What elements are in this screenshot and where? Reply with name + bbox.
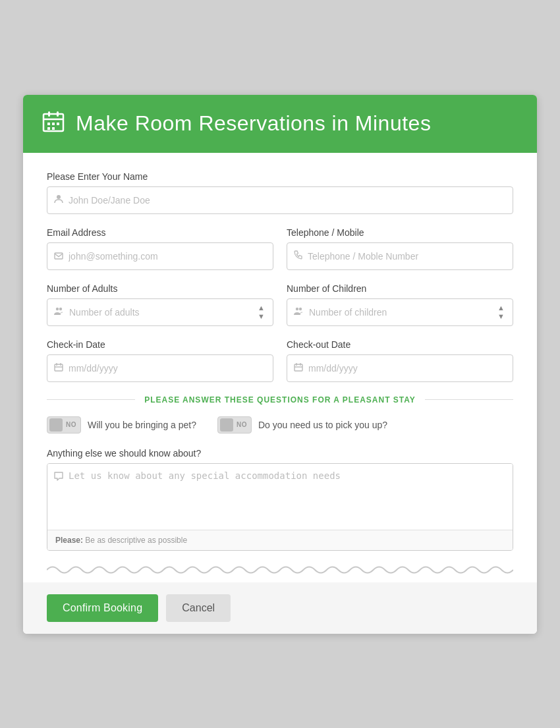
svg-rect-4 [47,123,50,125]
name-field-row: Please Enter Your Name [47,171,513,214]
phone-icon [294,250,302,262]
pet-toggle-label: Will you be bringing a pet? [88,420,196,430]
divider-right [425,399,513,400]
adults-spinner-buttons: ▲ ▼ [256,304,266,321]
children-decrement[interactable]: ▼ [496,312,506,321]
cancel-button[interactable]: Cancel [166,594,231,622]
svg-rect-5 [52,123,55,125]
children-spinner-wrapper: ▲ ▼ [287,298,513,326]
divider-left [47,399,135,400]
adults-decrement[interactable]: ▼ [256,312,266,321]
name-input[interactable] [69,195,506,206]
children-spinner-buttons: ▲ ▼ [496,304,506,321]
questions-divider: PLEASE ANSWER THESE QUESTIONS FOR A PLEA… [47,395,513,405]
phone-input-wrapper [287,242,513,270]
pet-toggle-no-label: NO [66,421,76,428]
svg-rect-15 [55,364,63,371]
pickup-toggle-knob [220,418,233,432]
email-input-wrapper [47,242,273,270]
extra-textarea[interactable] [69,470,506,523]
wavy-separator [47,564,513,576]
reservation-card: Make Room Reservations in Minutes Please… [23,95,537,634]
toggles-row: NO Will you be bringing a pet? NO Do you… [47,416,513,434]
checkout-date-wrapper [287,354,513,382]
name-label: Please Enter Your Name [47,171,513,182]
svg-rect-8 [52,127,55,130]
questions-banner-text: PLEASE ANSWER THESE QUESTIONS FOR A PLEA… [135,395,425,405]
children-increment[interactable]: ▲ [496,304,506,312]
svg-rect-19 [294,364,302,371]
pet-toggle-item: NO Will you be bringing a pet? [47,416,196,434]
comment-icon [54,472,63,483]
svg-rect-2 [57,111,59,117]
person-icon [54,194,63,206]
email-field-col: Email Address [47,227,273,270]
checkout-field-col: Check-out Date [287,339,513,382]
form-body: Please Enter Your Name Email Address [23,153,537,582]
svg-rect-6 [57,123,59,125]
textarea-note-bold: Please: [55,536,83,545]
adults-field-col: Number of Adults ▲ ▼ [47,283,273,326]
checkout-input[interactable] [308,363,506,374]
textarea-note-text: Be as descriptive as possible [83,536,187,545]
svg-point-14 [299,307,302,310]
svg-point-9 [57,195,61,199]
footer-section: Confirm Booking Cancel [23,582,537,634]
email-label: Email Address [47,227,273,238]
phone-label: Telephone / Mobile [287,227,513,238]
svg-rect-10 [55,253,63,259]
phone-field-col: Telephone / Mobile [287,227,513,270]
adults-children-row: Number of Adults ▲ ▼ [47,283,513,326]
textarea-inner [47,464,513,530]
children-label: Number of Children [287,283,513,294]
svg-rect-7 [47,127,50,130]
checkin-calendar-icon [54,362,63,374]
pickup-toggle-no-label: NO [237,421,247,428]
pet-toggle[interactable]: NO [47,416,81,434]
adults-increment[interactable]: ▲ [256,304,266,312]
checkout-calendar-icon [294,362,303,374]
adults-label: Number of Adults [47,283,273,294]
confirm-booking-button[interactable]: Confirm Booking [47,594,158,622]
checkin-input[interactable] [69,363,266,374]
adults-input[interactable] [69,307,252,318]
header-title: Make Room Reservations in Minutes [76,111,431,136]
adults-spinner-wrapper: ▲ ▼ [47,298,273,326]
textarea-wrapper: Please: Be as descriptive as possible [47,463,513,551]
checkin-date-wrapper [47,354,273,382]
pickup-toggle[interactable]: NO [217,416,252,434]
email-icon [54,250,63,262]
children-field-col: Number of Children ▲ ▼ [287,283,513,326]
pickup-toggle-item: NO Do you need us to pick you up? [217,416,387,434]
dates-row: Check-in Date Check-out Date [47,339,513,382]
textarea-note: Please: Be as descriptive as possible [47,530,513,550]
extra-notes-section: Anything else we should know about? Plea… [47,448,513,551]
pickup-toggle-label: Do you need us to pick you up? [258,420,387,430]
children-icon [294,306,304,318]
svg-point-12 [59,307,62,310]
checkin-field-col: Check-in Date [47,339,273,382]
adults-icon [54,306,64,318]
checkin-label: Check-in Date [47,339,273,350]
svg-point-11 [56,307,59,310]
children-input[interactable] [309,307,492,318]
extra-label: Anything else we should know about? [47,448,513,459]
header-section: Make Room Reservations in Minutes [23,95,537,153]
email-input[interactable] [69,251,266,262]
name-input-wrapper [47,186,513,214]
checkout-label: Check-out Date [287,339,513,350]
svg-point-13 [296,307,298,310]
phone-input[interactable] [308,251,506,262]
svg-rect-1 [48,111,50,117]
pet-toggle-knob [49,418,63,432]
calendar-icon [42,109,65,138]
email-phone-row: Email Address Telephone / Mobile [47,227,513,270]
